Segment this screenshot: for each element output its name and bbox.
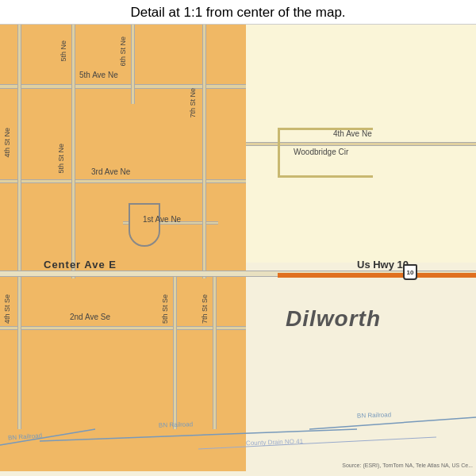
label-5th-st-ne-left: 5th St Ne: [57, 144, 65, 174]
street-4th-ave-ne-right: [246, 142, 476, 146]
label-4th-st-ne: 4th St Ne: [3, 128, 11, 158]
street-6th-st-ne: [131, 25, 135, 104]
us-hwy-10-road: [278, 273, 476, 278]
street-3rd-ave-ne: [0, 179, 246, 183]
label-7th-st-se: 7th St Se: [201, 294, 209, 324]
street-5th-st-se: [173, 271, 177, 429]
label-6th-st-ne: 6th St Ne: [119, 36, 127, 67]
map-title: Detail at 1:1 from center of the map.: [0, 0, 476, 25]
urban-background: [0, 25, 246, 471]
label-county-drain: County Drain NO 41: [246, 438, 303, 447]
label-bn-railroad-right: BN Railroad: [357, 411, 391, 420]
woodbridge-border-bottom: [278, 175, 373, 178]
street-7th-st-ne: [202, 25, 206, 278]
hwy-shield-icon: 10: [403, 264, 417, 280]
label-4th-st-se: 4th St Se: [3, 294, 11, 324]
street-2nd-ave-se: [0, 326, 246, 330]
source-text: Source: (ESRI), TomTom NA, Tele Atlas NA…: [342, 463, 473, 468]
svg-line-3: [309, 417, 476, 429]
label-5th-st-ne-upper: 5th Ne: [60, 40, 67, 62]
street-4th-st-se: [17, 271, 21, 429]
label-bn-railroad-center: BN Railroad: [159, 420, 193, 429]
street-7th-st-se: [213, 271, 217, 429]
street-5th-st-ne: [71, 25, 75, 278]
street-4th-st-ne: [17, 25, 21, 278]
culdesac-shape: [129, 203, 160, 247]
title-text: Detail at 1:1 from center of the map.: [130, 5, 345, 20]
label-7th-st-ne: 7th St Ne: [189, 88, 197, 118]
street-5th-ave-ne: [0, 84, 246, 89]
woodbridge-border-top: [278, 128, 373, 130]
woodbridge-border-left: [278, 128, 280, 175]
map-container: 5th Ave Ne 3rd Ave Ne 1st Ave Ne Center …: [0, 25, 476, 471]
label-dilworth: Dilworth: [286, 306, 381, 332]
label-5th-st-se: 5th St Se: [161, 294, 169, 324]
